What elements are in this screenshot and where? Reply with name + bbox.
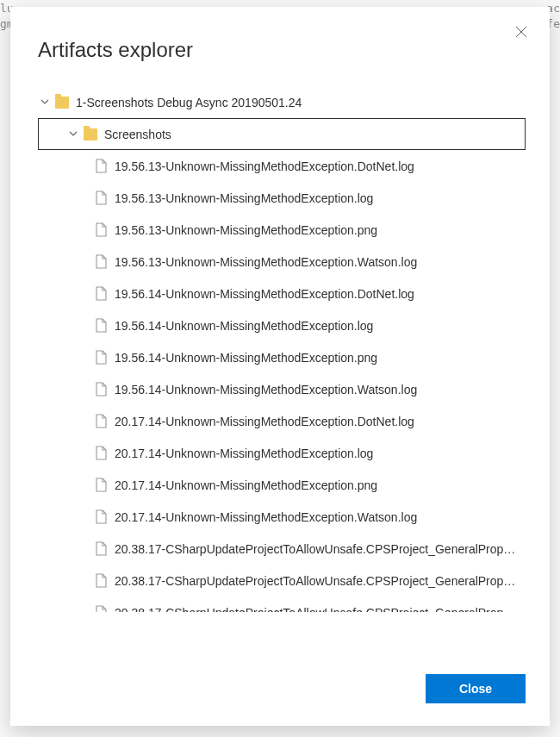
tree-file-item[interactable]: 19.56.13-Unknown-MissingMethodException.…	[38, 214, 526, 246]
tree-file-item[interactable]: 20.38.17-CSharpUpdateProjectToAllowUnsaf…	[38, 565, 526, 596]
file-icon	[95, 509, 107, 524]
tree-file-item[interactable]: 19.56.14-Unknown-MissingMethodException.…	[38, 341, 526, 373]
tree-file-item[interactable]: 20.17.14-Unknown-MissingMethodException.…	[38, 437, 526, 469]
tree-file-item[interactable]: 20.38.17-CSharpUpdateProjectToAllowUnsaf…	[38, 533, 526, 565]
tree-file-item[interactable]: 19.56.14-Unknown-MissingMethodException.…	[38, 309, 526, 341]
tree-folder-screenshots[interactable]: Screenshots	[38, 118, 526, 150]
dialog-title: Artifacts explorer	[38, 38, 522, 62]
tree-file-label: 19.56.14-Unknown-MissingMethodException.…	[115, 287, 526, 301]
tree-file-item[interactable]: 19.56.14-Unknown-MissingMethodException.…	[38, 278, 526, 309]
file-icon	[95, 541, 107, 556]
artifacts-explorer-dialog: Artifacts explorer 1-Screenshots Debug A…	[10, 7, 550, 726]
tree-file-label: 20.17.14-Unknown-MissingMethodException.…	[115, 415, 526, 428]
tree-file-item[interactable]: 19.56.13-Unknown-MissingMethodException.…	[38, 246, 526, 278]
file-icon	[95, 414, 107, 428]
file-icon	[95, 318, 107, 333]
tree-file-label: 20.17.14-Unknown-MissingMethodException.…	[115, 478, 526, 492]
tree-file-label: 19.56.13-Unknown-MissingMethodException.…	[115, 191, 526, 205]
tree-file-label: 20.38.17-CSharpUpdateProjectToAllowUnsaf…	[115, 542, 526, 556]
tree-folder-label: 1-Screenshots Debug Async 20190501.24	[76, 96, 526, 109]
file-icon	[95, 446, 107, 460]
tree-file-item[interactable]: 19.56.13-Unknown-MissingMethodException.…	[38, 150, 526, 182]
file-icon	[95, 573, 107, 588]
tree-file-label: 20.17.14-Unknown-MissingMethodException.…	[115, 447, 526, 460]
tree-file-label: 19.56.13-Unknown-MissingMethodException.…	[115, 159, 526, 173]
file-icon	[95, 478, 107, 492]
tree-file-label: 20.38.17-CSharpUpdateProjectToAllowUnsaf…	[115, 606, 526, 613]
file-icon	[95, 286, 107, 301]
file-icon	[95, 382, 107, 397]
tree-file-item[interactable]: 20.17.14-Unknown-MissingMethodException.…	[38, 405, 526, 437]
tree-file-label: 19.56.13-Unknown-MissingMethodException.…	[115, 255, 526, 269]
tree-file-label: 19.56.14-Unknown-MissingMethodException.…	[115, 383, 526, 397]
tree-file-label: 20.38.17-CSharpUpdateProjectToAllowUnsaf…	[115, 574, 526, 588]
file-icon	[95, 190, 107, 205]
tree-folder-root[interactable]: 1-Screenshots Debug Async 20190501.24	[38, 86, 526, 118]
dialog-header: Artifacts explorer	[10, 7, 550, 79]
file-icon	[95, 605, 107, 612]
tree-file-item[interactable]: 20.38.17-CSharpUpdateProjectToAllowUnsaf…	[38, 596, 526, 612]
folder-icon	[84, 128, 97, 141]
file-icon	[95, 159, 107, 173]
tree-file-item[interactable]: 19.56.13-Unknown-MissingMethodException.…	[38, 182, 526, 214]
close-button[interactable]: Close	[426, 674, 526, 703]
close-icon[interactable]	[512, 22, 531, 41]
file-icon	[95, 254, 107, 269]
file-icon	[95, 350, 107, 365]
artifact-tree[interactable]: 1-Screenshots Debug Async 20190501.24 Sc…	[38, 79, 526, 612]
tree-file-label: 19.56.14-Unknown-MissingMethodException.…	[115, 351, 526, 365]
dialog-footer: Close	[10, 655, 550, 726]
tree-folder-label: Screenshots	[104, 128, 525, 141]
tree-file-item[interactable]: 20.17.14-Unknown-MissingMethodException.…	[38, 469, 526, 501]
tree-file-item[interactable]: 20.17.14-Unknown-MissingMethodException.…	[38, 501, 526, 533]
chevron-down-icon	[40, 97, 52, 109]
tree-file-label: 20.17.14-Unknown-MissingMethodException.…	[115, 510, 526, 524]
tree-file-item[interactable]: 19.56.14-Unknown-MissingMethodException.…	[38, 373, 526, 405]
tree-file-label: 19.56.14-Unknown-MissingMethodException.…	[115, 319, 526, 333]
chevron-down-icon	[68, 128, 80, 141]
file-icon	[95, 222, 107, 237]
tree-file-label: 19.56.13-Unknown-MissingMethodException.…	[115, 223, 526, 237]
folder-icon	[55, 97, 69, 109]
